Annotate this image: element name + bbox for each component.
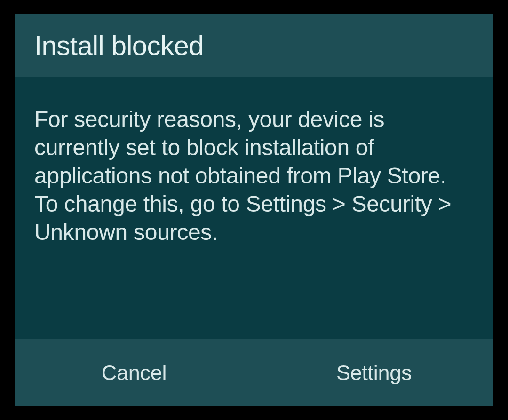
dialog-title: Install blocked (34, 30, 474, 61)
dialog-body: For security reasons, your device is cur… (15, 78, 493, 339)
dialog-button-bar: Cancel Settings (15, 339, 493, 406)
install-blocked-dialog: Install blocked For security reasons, yo… (15, 14, 493, 406)
dialog-header: Install blocked (15, 14, 493, 78)
settings-button[interactable]: Settings (254, 339, 493, 406)
dialog-message: For security reasons, your device is cur… (34, 105, 474, 246)
cancel-button[interactable]: Cancel (15, 339, 254, 406)
